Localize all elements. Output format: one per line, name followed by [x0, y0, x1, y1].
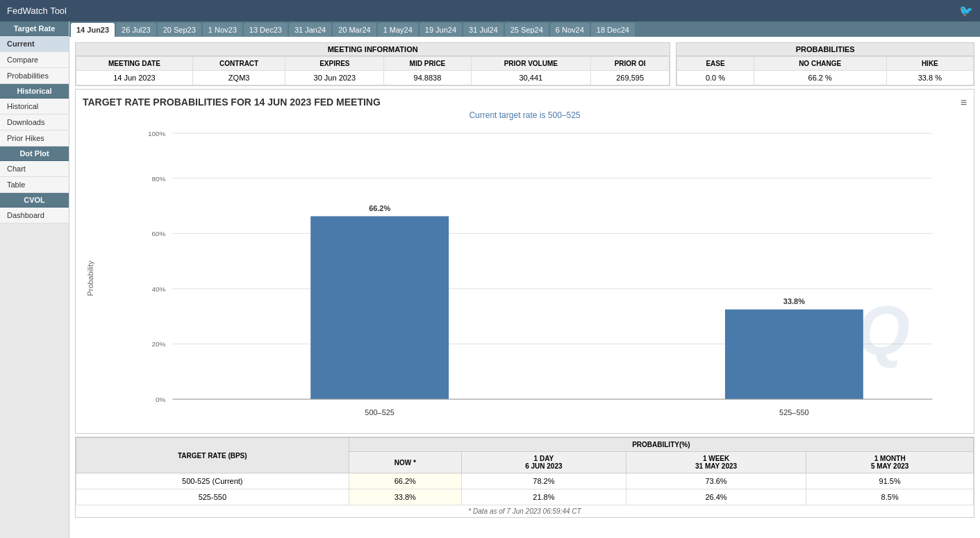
- no-change-value: 66.2 %: [754, 71, 886, 85]
- probabilities-header: PROBABILITIES: [676, 43, 974, 56]
- tab-31jul24[interactable]: 31 Jul24: [463, 23, 504, 37]
- 1week-500-525: 73.6%: [626, 473, 806, 489]
- bottom-table-section: TARGET RATE (BPS) PROBABILITY(%) NOW * 1…: [75, 437, 974, 518]
- chart-subtitle: Current target rate is 500–525: [83, 110, 967, 120]
- col-prior-volume: PRIOR VOLUME: [471, 57, 590, 71]
- svg-text:Target Rate (in bps): Target Rate (in bps): [516, 423, 589, 424]
- sidebar-item-downloads[interactable]: Downloads: [0, 115, 69, 131]
- 1week-525-550: 26.4%: [626, 489, 806, 505]
- col-prior-oi: PRIOR OI: [590, 57, 669, 71]
- svg-text:66.2%: 66.2%: [369, 204, 390, 212]
- app-title: FedWatch Tool: [7, 6, 67, 16]
- svg-text:100%: 100%: [148, 130, 166, 137]
- tab-26jul23[interactable]: 26 Jul23: [116, 23, 156, 37]
- sub-header-1week: 1 WEEK31 MAY 2023: [626, 452, 806, 473]
- sidebar-historical-btn[interactable]: Historical: [0, 84, 69, 99]
- tab-1nov23[interactable]: 1 Nov23: [203, 23, 242, 37]
- tab-19jun24[interactable]: 19 Jun24: [420, 23, 462, 37]
- contract-value: ZQM3: [192, 71, 285, 85]
- sidebar-dot-plot-btn[interactable]: Dot Plot: [0, 146, 69, 161]
- 1month-525-550: 8.5%: [806, 489, 974, 505]
- 1day-500-525: 78.2%: [461, 473, 626, 489]
- twitter-icon[interactable]: 🐦: [959, 4, 973, 17]
- tab-6nov24[interactable]: 6 Nov24: [550, 23, 590, 37]
- meeting-info-table: MEETING DATE CONTRACT EXPIRES MID PRICE …: [76, 56, 670, 85]
- 1day-525-550: 21.8%: [461, 489, 626, 505]
- probability-header: PROBABILITY(%): [349, 438, 973, 452]
- tab-31jan24[interactable]: 31 Jan24: [289, 23, 331, 37]
- bottom-table: TARGET RATE (BPS) PROBABILITY(%) NOW * 1…: [76, 437, 974, 505]
- bar-500-525: [310, 216, 449, 399]
- expires-value: 30 Jun 2023: [285, 71, 384, 85]
- sub-header-1day: 1 DAY6 JUN 2023: [461, 452, 626, 473]
- col-meeting-date: MEETING DATE: [76, 57, 193, 71]
- sub-header-1month: 1 MONTH5 MAY 2023: [806, 452, 974, 473]
- hike-value: 33.8 %: [886, 71, 973, 85]
- sub-header-now: NOW *: [349, 452, 461, 473]
- sidebar-item-chart[interactable]: Chart: [0, 161, 69, 177]
- chart-menu-icon[interactable]: ≡: [961, 96, 967, 109]
- svg-text:Probability: Probability: [86, 260, 94, 296]
- tab-bar: 14 Jun23 26 Jul23 20 Sep23 1 Nov23 13 De…: [69, 22, 980, 37]
- svg-text:20%: 20%: [151, 340, 165, 348]
- sidebar-item-prior-hikes[interactable]: Prior Hikes: [0, 131, 69, 146]
- sidebar-cvol-btn[interactable]: CVOL: [0, 193, 69, 208]
- tab-25sep24[interactable]: 25 Sep24: [505, 23, 549, 37]
- tab-20sep23[interactable]: 20 Sep23: [158, 23, 201, 37]
- probabilities-table: EASE NO CHANGE HIKE 0.0 % 66.2 % 33.8 %: [676, 56, 974, 85]
- svg-text:525–550: 525–550: [779, 408, 809, 417]
- chart-title: TARGET RATE PROBABILITIES FOR 14 JUN 202…: [83, 96, 967, 108]
- sidebar-item-dashboard[interactable]: Dashboard: [0, 208, 69, 224]
- svg-text:0%: 0%: [156, 396, 166, 403]
- table-row: 500-525 (Current) 66.2% 78.2% 73.6% 91.5…: [76, 473, 974, 489]
- tab-13dec23[interactable]: 13 Dec23: [244, 23, 288, 37]
- chart-section: TARGET RATE PROBABILITIES FOR 14 JUN 202…: [75, 89, 974, 434]
- rate-500-525: 500-525 (Current): [76, 473, 349, 489]
- svg-text:500–525: 500–525: [365, 408, 395, 417]
- svg-text:80%: 80%: [151, 175, 165, 183]
- now-525-550: 33.8%: [349, 489, 461, 505]
- now-500-525: 66.2%: [349, 473, 461, 489]
- prior-oi-value: 269,595: [590, 71, 669, 85]
- svg-text:Q: Q: [856, 292, 910, 369]
- col-ease: EASE: [677, 57, 754, 71]
- svg-text:60%: 60%: [151, 230, 165, 237]
- svg-text:33.8%: 33.8%: [783, 297, 805, 305]
- sidebar-item-compare[interactable]: Compare: [0, 52, 69, 68]
- bar-525-550: [725, 310, 863, 399]
- col-no-change: NO CHANGE: [754, 57, 886, 71]
- chart-area: Probability 0% 20% 40% 60% 80%: [83, 126, 967, 426]
- ease-value: 0.0 %: [677, 71, 754, 85]
- svg-text:40%: 40%: [151, 285, 165, 293]
- 1month-500-525: 91.5%: [806, 473, 974, 489]
- sidebar-item-current[interactable]: Current: [0, 36, 69, 52]
- target-rate-header: TARGET RATE (BPS): [76, 438, 349, 473]
- mid-price-value: 94.8838: [384, 71, 472, 85]
- rate-525-550: 525-550: [76, 489, 349, 505]
- tab-14jun23[interactable]: 14 Jun23: [71, 23, 115, 37]
- table-row: 525-550 33.8% 21.8% 26.4% 8.5%: [76, 489, 974, 505]
- sidebar-item-probabilities[interactable]: Probabilities: [0, 68, 69, 84]
- col-hike: HIKE: [886, 57, 973, 71]
- sidebar-target-rate-btn[interactable]: Target Rate: [0, 22, 69, 36]
- data-note: * Data as of 7 Jun 2023 06:59:44 CT: [76, 505, 974, 517]
- sidebar-item-table[interactable]: Table: [0, 177, 69, 193]
- col-mid-price: MID PRICE: [384, 57, 472, 71]
- col-expires: EXPIRES: [285, 57, 384, 71]
- tab-20mar24[interactable]: 20 Mar24: [333, 23, 376, 37]
- meeting-date-value: 14 Jun 2023: [76, 71, 193, 85]
- meeting-info-header: MEETING INFORMATION: [76, 43, 670, 56]
- tab-1may24[interactable]: 1 May24: [378, 23, 418, 37]
- chart-svg: Probability 0% 20% 40% 60% 80%: [83, 126, 967, 424]
- col-contract: CONTRACT: [192, 57, 285, 71]
- sidebar-item-historical[interactable]: Historical: [0, 99, 69, 115]
- tab-18dec24[interactable]: 18 Dec24: [591, 23, 635, 37]
- prior-volume-value: 30,441: [471, 71, 590, 85]
